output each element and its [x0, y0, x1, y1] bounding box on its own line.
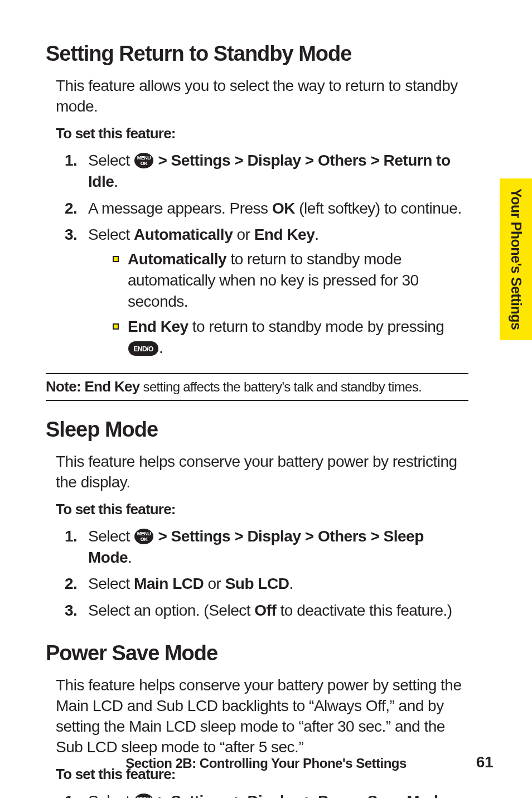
step-number: 1.: [65, 791, 88, 798]
step-number: 3.: [65, 224, 88, 363]
bullet-end-key: End Key to return to standby mode by pre…: [113, 316, 468, 359]
step-number: 2.: [65, 573, 88, 594]
note-block: Note: End Key setting affects the batter…: [46, 373, 468, 401]
step-body: Select MENUOK > Settings > Display > Oth…: [88, 526, 468, 568]
section-2-title: Sleep Mode: [46, 418, 468, 442]
bullet-icon: [113, 323, 119, 330]
step-body: A message appears. Press OK (left softke…: [88, 198, 468, 219]
section-3-title: Power Save Mode: [46, 641, 468, 665]
svg-text:END/O: END/O: [133, 345, 153, 353]
footer-text: Section 2B: Controlling Your Phone's Set…: [125, 756, 407, 771]
svg-text:MENU: MENU: [137, 796, 151, 798]
section-2-steps: 1. Select MENUOK > Settings > Display > …: [65, 526, 468, 621]
bullet-automatically: Automatically to return to standby mode …: [113, 249, 468, 312]
step-number: 1.: [65, 150, 88, 192]
section-2-lead: To set this feature:: [56, 501, 468, 518]
section-3-intro: This feature helps conserve your battery…: [56, 675, 468, 758]
step-body: Select Main LCD or Sub LCD.: [88, 573, 468, 594]
step-1: 1. Select MENUOK > Settings > Display > …: [65, 791, 468, 798]
step-body: Select MENUOK > Settings > Display > Pow…: [88, 791, 468, 798]
menu-ok-icon: MENUOK: [134, 152, 154, 169]
step-1: 1. Select MENUOK > Settings > Display > …: [65, 526, 468, 568]
content-area: Setting Return to Standby Mode This feat…: [56, 42, 468, 798]
step-3-bullets: Automatically to return to standby mode …: [113, 249, 468, 359]
section-1-lead: To set this feature:: [56, 125, 468, 142]
step-2: 2. Select Main LCD or Sub LCD.: [65, 573, 468, 594]
svg-text:OK: OK: [141, 536, 148, 542]
step-body: Select MENUOK > Settings > Display > Oth…: [88, 150, 468, 192]
svg-text:OK: OK: [141, 161, 148, 166]
bullet-icon: [113, 256, 119, 262]
step-3: 3. Select Automatically or End Key. Auto…: [65, 224, 468, 363]
step-1: 1. Select MENUOK > Settings > Display > …: [65, 150, 468, 192]
section-1-intro: This feature allows you to select the wa…: [56, 76, 468, 117]
end-key-icon: END/O: [128, 341, 159, 356]
section-1-title: Setting Return to Standby Mode: [46, 42, 468, 66]
step-2: 2. A message appears. Press OK (left sof…: [65, 198, 468, 219]
step-number: 3.: [65, 600, 88, 621]
side-tab-label: Your Phone's Settings: [508, 188, 524, 330]
menu-ok-icon: MENUOK: [134, 528, 154, 545]
svg-text:MENU: MENU: [137, 155, 151, 161]
step-body: Select Automatically or End Key. Automat…: [88, 224, 468, 363]
svg-text:MENU: MENU: [137, 531, 151, 536]
section-2-intro: This feature helps conserve your battery…: [56, 452, 468, 493]
menu-ok-icon: MENUOK: [134, 793, 154, 798]
section-3-steps: 1. Select MENUOK > Settings > Display > …: [65, 791, 468, 798]
step-number: 1.: [65, 526, 88, 568]
step-number: 2.: [65, 198, 88, 219]
section-1-steps: 1. Select MENUOK > Settings > Display > …: [65, 150, 468, 363]
step-3: 3. Select an option. (Select Off to deac…: [65, 600, 468, 621]
page-footer: Section 2B: Controlling Your Phone's Set…: [0, 756, 532, 771]
page: Your Phone's Settings Setting Return to …: [0, 0, 532, 798]
side-tab: Your Phone's Settings: [500, 178, 532, 340]
page-number: 61: [476, 753, 493, 771]
step-body: Select an option. (Select Off to deactiv…: [88, 600, 468, 621]
